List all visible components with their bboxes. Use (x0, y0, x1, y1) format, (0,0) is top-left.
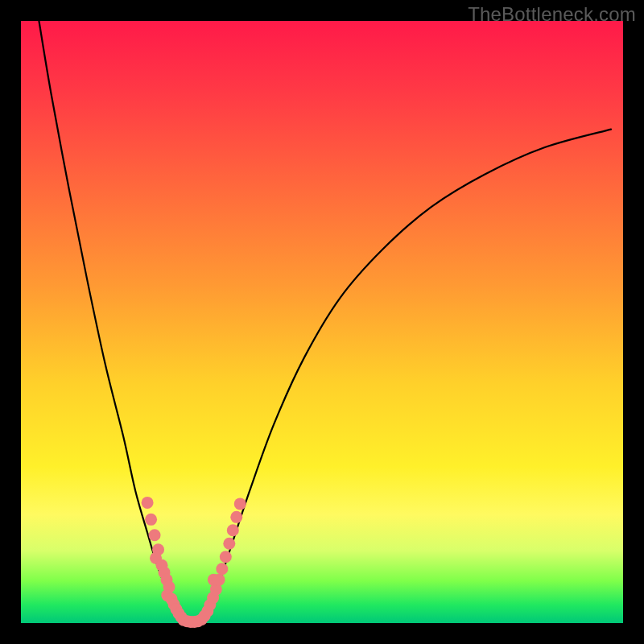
chart-svg (21, 21, 623, 623)
marker-dot (149, 529, 161, 541)
watermark-text: TheBottleneck.com (468, 3, 636, 26)
marker-dot (234, 497, 246, 510)
plot-area (21, 21, 623, 623)
frame: TheBottleneck.com (0, 0, 644, 644)
marker-dot (227, 524, 239, 536)
marker-dot (142, 497, 154, 509)
marker-dot (213, 574, 225, 586)
marker-group (142, 497, 246, 628)
marker-dot (145, 514, 157, 526)
marker-dot (223, 538, 235, 550)
marker-dot (230, 511, 242, 523)
marker-dot (220, 551, 232, 563)
curve-left (39, 21, 184, 623)
marker-dot (216, 563, 228, 575)
curve-right (201, 130, 611, 623)
